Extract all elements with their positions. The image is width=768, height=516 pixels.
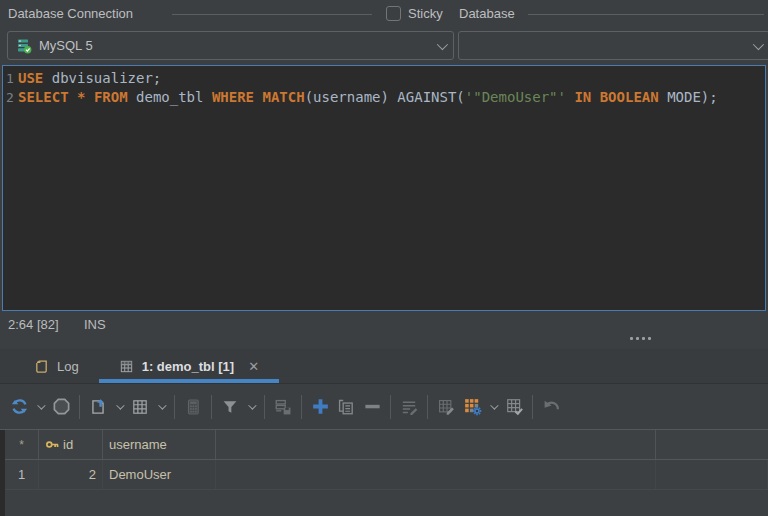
column-header-filler [656, 430, 768, 459]
code-token: SELECT [18, 89, 69, 105]
grid-header-row: * id username [5, 430, 768, 460]
database-connection-icon [16, 38, 32, 54]
log-icon [34, 359, 49, 374]
code-token: dbvisualizer; [43, 70, 161, 86]
edit-table-data-button[interactable] [433, 394, 459, 420]
database-select[interactable] [458, 31, 768, 60]
calculate-button[interactable] [180, 394, 206, 420]
line-number: 1 [3, 69, 18, 88]
toolbar-separator [301, 395, 302, 419]
toolbar-separator [264, 395, 265, 419]
toolbar-separator [174, 395, 175, 419]
chevron-down-icon [116, 401, 124, 409]
code-token: (username) AGAINST( [305, 89, 465, 105]
table-row: 1 2 DemoUser [5, 460, 768, 490]
cell-filler [656, 460, 768, 489]
chevron-down-icon [37, 401, 45, 409]
editor-status-bar: 2:64 [82] INS [0, 311, 768, 349]
insert-mode-indicator: INS [84, 317, 106, 332]
filter-button[interactable] [217, 394, 243, 420]
toolbar-separator [427, 395, 428, 419]
table-data-settings-button[interactable] [459, 394, 485, 420]
column-header-empty [216, 430, 656, 459]
tab-log[interactable]: Log [14, 349, 99, 383]
result-tab-bar: Log 1: demo_tbl [1] ✕ [0, 349, 768, 384]
cell-empty [216, 460, 656, 489]
apply-edits-button[interactable] [501, 394, 527, 420]
active-tab-underline [99, 379, 279, 383]
column-header-id[interactable]: id [39, 430, 103, 459]
database-connection-label: Database Connection [8, 6, 133, 21]
toolbar-separator [79, 395, 80, 419]
database-group-line [528, 14, 764, 15]
delete-row-button[interactable] [359, 394, 385, 420]
column-header-row-selector[interactable]: * [5, 430, 39, 459]
toolbar-separator [211, 395, 212, 419]
chevron-down-icon [753, 38, 764, 49]
line-number: 2 [3, 88, 18, 107]
undo-button[interactable] [538, 394, 564, 420]
code-token [85, 89, 93, 105]
dbvisualizer-window: Database Connection Sticky Database MySQ… [0, 0, 768, 516]
splitter-handle[interactable] [630, 337, 651, 340]
grid-view-options-chevron[interactable] [153, 394, 169, 420]
code-token: IN BOOLEAN [574, 89, 658, 105]
tab-demo-tbl-label: 1: demo_tbl [1] [142, 359, 234, 374]
rerun-options-chevron[interactable] [32, 394, 48, 420]
grid-empty-area [5, 490, 768, 516]
chevron-down-icon [490, 401, 498, 409]
row-number-cell[interactable]: 1 [5, 460, 39, 489]
table-data-settings-chevron[interactable] [485, 394, 501, 420]
code-token: MATCH [263, 89, 305, 105]
connection-panel: Database Connection Sticky Database MySQ… [0, 0, 768, 65]
code-token: WHERE [212, 89, 254, 105]
save-table-data-button[interactable] [270, 394, 296, 420]
toolbar-separator [390, 395, 391, 419]
sticky-label: Sticky [408, 6, 443, 21]
cell-id[interactable]: 2 [39, 460, 103, 489]
sql-code: 1USE dbvisualizer;2SELECT * FROM demo_tb… [3, 69, 765, 107]
connection-select-value: MySQL 5 [39, 38, 93, 53]
column-header-username[interactable]: username [103, 430, 216, 459]
chevron-down-icon [437, 38, 448, 49]
grid-view-button[interactable] [127, 394, 153, 420]
code-token: USE [18, 70, 43, 86]
primary-key-icon [45, 437, 60, 452]
connection-select[interactable]: MySQL 5 [7, 31, 454, 60]
duplicate-row-button[interactable] [333, 394, 359, 420]
sticky-checkbox[interactable] [386, 6, 401, 21]
tab-demo-tbl[interactable]: 1: demo_tbl [1] ✕ [99, 349, 279, 383]
caret-position: 2:64 [82] [8, 317, 59, 332]
close-tab-icon[interactable]: ✕ [248, 359, 259, 374]
code-token: '"DemoUser"' [465, 89, 566, 105]
sql-editor[interactable]: 1USE dbvisualizer;2SELECT * FROM demo_tb… [2, 65, 766, 311]
code-token: FROM [94, 89, 128, 105]
rerun-query-button[interactable] [6, 394, 32, 420]
export-options-chevron[interactable] [111, 394, 127, 420]
code-token [69, 89, 77, 105]
code-token: MODE); [659, 89, 718, 105]
edit-rows-button[interactable] [396, 394, 422, 420]
filter-options-chevron[interactable] [243, 394, 259, 420]
table-grid-icon [119, 359, 134, 374]
export-grid-button[interactable] [85, 394, 111, 420]
stop-execution-button[interactable] [48, 394, 74, 420]
toolbar-separator [532, 395, 533, 419]
database-label: Database [459, 6, 515, 21]
code-token: demo_tbl [128, 89, 212, 105]
chevron-down-icon [158, 401, 166, 409]
chevron-down-icon [248, 401, 256, 409]
insert-row-button[interactable] [307, 394, 333, 420]
tab-log-label: Log [57, 359, 79, 374]
result-grid: * id username [0, 429, 768, 516]
connection-group-line [172, 14, 372, 15]
result-toolbar [0, 384, 768, 429]
cell-username[interactable]: DemoUser [103, 460, 216, 489]
code-token [254, 89, 262, 105]
